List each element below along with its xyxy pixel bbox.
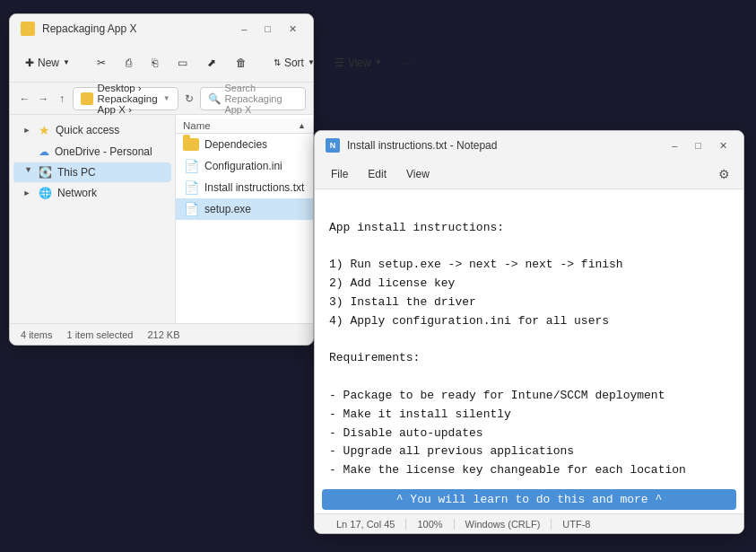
expand-icon bbox=[21, 145, 33, 158]
zoom-level: 100% bbox=[406, 519, 454, 530]
explorer-toolbar: ✚ New ▼ ✂ ⎙ ⎗ ▭ ⬈ 🗑 ⇅ Sort ▼ ☰ bbox=[10, 43, 313, 83]
view-dropdown-icon: ▼ bbox=[375, 58, 382, 66]
file-name-instructions: Install instructions.txt bbox=[204, 181, 304, 194]
file-name-configuration: Configuration.ini bbox=[204, 160, 282, 172]
notepad-window: N Install instructions.txt - Notepad – □… bbox=[314, 130, 744, 534]
address-dropdown-icon: ▼ bbox=[163, 94, 170, 102]
address-bar: ← → ↑ Desktop › Repackaging App X › ▼ ↻ … bbox=[10, 83, 313, 115]
sidebar-item-this-pc[interactable]: ► 💽 This PC bbox=[13, 162, 171, 182]
selected-count: 1 item selected bbox=[66, 329, 133, 340]
sidebar-item-network[interactable]: ► 🌐 Network bbox=[13, 183, 171, 203]
notepad-close-button[interactable]: ✕ bbox=[714, 138, 733, 153]
sidebar-label-network: Network bbox=[57, 187, 97, 199]
file-item-configuration[interactable]: 📄 Configuration.ini bbox=[176, 155, 313, 177]
txt-icon: 📄 bbox=[183, 180, 199, 196]
expand-icon: ► bbox=[21, 166, 33, 179]
explorer-window-icon bbox=[21, 22, 35, 36]
sort-dropdown-icon: ▼ bbox=[308, 58, 315, 66]
content-area: ► ★ Quick access ☁ OneDrive - Personal ►… bbox=[10, 115, 313, 323]
settings-icon[interactable]: ⚙ bbox=[711, 162, 736, 187]
sort-icon: ⇅ bbox=[274, 57, 281, 67]
sidebar-item-onedrive[interactable]: ☁ OneDrive - Personal bbox=[13, 142, 171, 162]
copy-icon: ⎙ bbox=[126, 57, 132, 69]
more-icon: ··· bbox=[402, 57, 411, 69]
search-placeholder: Search Repackaging App X bbox=[224, 83, 298, 115]
rename-button[interactable]: ▭ bbox=[169, 52, 196, 74]
explorer-close-button[interactable]: ✕ bbox=[283, 22, 302, 37]
line-ending: Windows (CRLF) bbox=[455, 519, 552, 530]
file-name-dependencies: Dependecies bbox=[204, 138, 267, 151]
expand-icon: ► bbox=[21, 187, 33, 199]
paste-button[interactable]: ⎗ bbox=[143, 52, 166, 74]
breadcrumb-text: Desktop › Repackaging App X › bbox=[97, 83, 157, 115]
share-button[interactable]: ⬈ bbox=[199, 52, 224, 74]
file-name-setup: setup.exe bbox=[204, 203, 251, 215]
notepad-highlight-bar: ^ You will learn to do this and more ^ bbox=[322, 489, 736, 510]
breadcrumb-folder-icon bbox=[81, 92, 93, 105]
menu-view[interactable]: View bbox=[397, 165, 439, 183]
exe-icon: 📄 bbox=[183, 201, 199, 217]
notepad-text-area[interactable]: App install instructions: 1) Run setup.e… bbox=[315, 189, 743, 486]
sidebar-label-quick-access: Quick access bbox=[56, 124, 119, 136]
notepad-title: Install instructions.txt - Notepad bbox=[347, 139, 659, 152]
sort-button[interactable]: ⇅ Sort ▼ bbox=[265, 52, 323, 74]
encoding: UTF-8 bbox=[552, 519, 601, 530]
back-button[interactable]: ← bbox=[17, 88, 32, 110]
forward-button[interactable]: → bbox=[36, 88, 51, 110]
sidebar-label-onedrive: OneDrive - Personal bbox=[55, 145, 152, 158]
highlight-text: ^ You will learn to do this and more ^ bbox=[396, 493, 662, 506]
explorer-maximize-button[interactable]: □ bbox=[259, 22, 276, 36]
share-icon: ⬈ bbox=[207, 57, 216, 69]
delete-icon: 🗑 bbox=[236, 57, 247, 69]
search-icon: 🔍 bbox=[208, 92, 221, 105]
notepad-menu-bar: File Edit View ⚙ bbox=[315, 160, 743, 189]
quick-access-icon: ★ bbox=[39, 123, 50, 137]
search-field[interactable]: 🔍 Search Repackaging App X bbox=[200, 87, 306, 110]
folder-icon-dependencies bbox=[183, 136, 199, 153]
expand-icon: ► bbox=[21, 124, 33, 136]
refresh-button[interactable]: ↻ bbox=[182, 88, 197, 110]
sidebar: ► ★ Quick access ☁ OneDrive - Personal ►… bbox=[10, 115, 176, 323]
file-item-dependencies[interactable]: Dependecies bbox=[176, 134, 313, 155]
new-button[interactable]: ✚ New ▼ bbox=[17, 52, 78, 74]
notepad-maximize-button[interactable]: □ bbox=[690, 138, 707, 153]
menu-edit[interactable]: Edit bbox=[359, 165, 395, 183]
notepad-minimize-button[interactable]: – bbox=[666, 138, 682, 153]
selected-size: 212 KB bbox=[147, 329, 179, 340]
explorer-minimize-button[interactable]: – bbox=[236, 22, 252, 36]
onedrive-icon: ☁ bbox=[39, 145, 49, 158]
sidebar-item-quick-access[interactable]: ► ★ Quick access bbox=[13, 119, 171, 141]
file-item-instructions[interactable]: 📄 Install instructions.txt bbox=[176, 177, 313, 198]
notepad-title-bar: N Install instructions.txt - Notepad – □… bbox=[315, 131, 743, 160]
item-count: 4 items bbox=[21, 329, 52, 340]
notepad-window-controls: – □ ✕ bbox=[666, 138, 733, 153]
paste-icon: ⎗ bbox=[152, 57, 158, 69]
notepad-window-icon: N bbox=[326, 138, 340, 153]
cut-icon: ✂ bbox=[97, 57, 106, 69]
explorer-title: Repackaging App X bbox=[42, 22, 229, 35]
file-list: Name ▲ Dependecies 📄 Configuration.ini 📄… bbox=[176, 115, 313, 323]
explorer-title-bar: Repackaging App X – □ ✕ bbox=[10, 14, 313, 43]
ini-icon: 📄 bbox=[183, 158, 199, 174]
cut-button[interactable]: ✂ bbox=[89, 52, 114, 74]
menu-file[interactable]: File bbox=[322, 165, 357, 183]
address-field[interactable]: Desktop › Repackaging App X › ▼ bbox=[73, 87, 178, 110]
delete-button[interactable]: 🗑 bbox=[228, 52, 255, 74]
notepad-text: App install instructions: 1) Run setup.e… bbox=[329, 221, 686, 477]
this-pc-icon: 💽 bbox=[39, 166, 52, 179]
up-button[interactable]: ↑ bbox=[55, 88, 70, 110]
copy-button[interactable]: ⎙ bbox=[117, 52, 140, 74]
sidebar-label-this-pc: This PC bbox=[57, 166, 96, 179]
notepad-status-bar: Ln 17, Col 45 100% Windows (CRLF) UTF-8 bbox=[315, 513, 743, 533]
file-item-setup[interactable]: 📄 setup.exe bbox=[176, 198, 313, 220]
explorer-window: Repackaging App X – □ ✕ ✚ New ▼ ✂ ⎙ ⎗ ▭ … bbox=[9, 13, 314, 346]
explorer-window-controls: – □ ✕ bbox=[236, 22, 302, 37]
more-button[interactable]: ··· bbox=[394, 52, 419, 74]
new-icon: ✚ bbox=[25, 57, 34, 69]
view-icon: ☰ bbox=[335, 57, 344, 69]
column-header-name[interactable]: Name ▲ bbox=[176, 118, 313, 134]
rename-icon: ▭ bbox=[178, 57, 187, 69]
explorer-status-bar: 4 items 1 item selected 212 KB bbox=[10, 323, 313, 345]
sort-direction-icon: ▲ bbox=[298, 121, 306, 130]
view-button[interactable]: ☰ View ▼ bbox=[326, 52, 390, 74]
